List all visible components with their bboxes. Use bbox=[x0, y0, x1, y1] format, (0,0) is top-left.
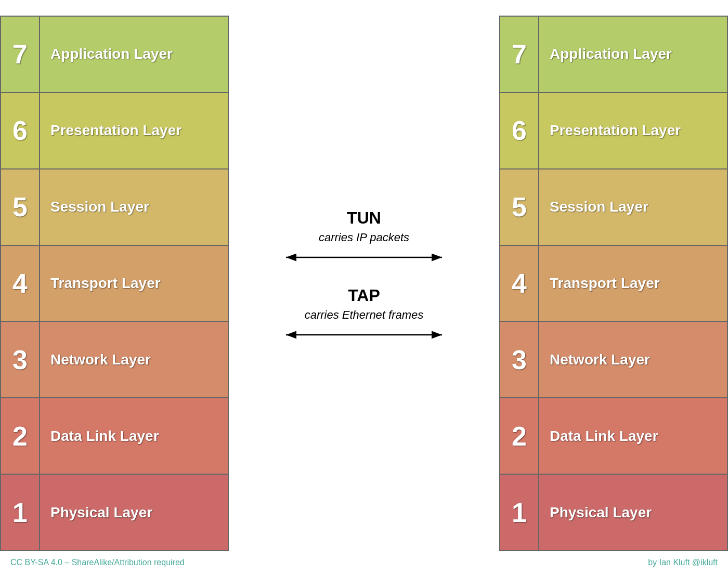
layer-number: 5 bbox=[1, 169, 40, 245]
layer-number: 2 bbox=[500, 398, 539, 474]
tun-desc: carries IP packets bbox=[319, 231, 409, 244]
main-container: 7Application Layer6Presentation Layer5Se… bbox=[0, 0, 728, 551]
table-row: 7Application Layer bbox=[1, 16, 228, 93]
tap-desc: carries Ethernet frames bbox=[305, 308, 424, 322]
tun-section: TUN carries IP packets bbox=[281, 208, 447, 265]
tap-arrow bbox=[281, 327, 447, 343]
tap-section: TAP carries Ethernet frames bbox=[281, 286, 447, 343]
layer-label: Network Layer bbox=[40, 321, 228, 398]
tun-label: TUN bbox=[347, 208, 381, 228]
footer-left: CC BY-SA 4.0 – ShareAlike/Attribution re… bbox=[10, 558, 185, 567]
table-row: 4Transport Layer bbox=[500, 245, 727, 322]
layer-number: 5 bbox=[500, 169, 539, 245]
tun-arrow-svg bbox=[281, 250, 447, 265]
left-osi-table-wrapper: 7Application Layer6Presentation Layer5Se… bbox=[0, 0, 229, 551]
middle-section: TUN carries IP packets TAP bbox=[229, 0, 499, 551]
footer: CC BY-SA 4.0 – ShareAlike/Attribution re… bbox=[0, 551, 728, 574]
layer-label: Presentation Layer bbox=[40, 93, 228, 169]
layer-label: Physical Layer bbox=[40, 474, 228, 551]
layer-number: 4 bbox=[1, 245, 40, 322]
layer-label: Data Link Layer bbox=[40, 398, 228, 474]
table-row: 7Application Layer bbox=[500, 16, 727, 93]
layer-label: Application Layer bbox=[539, 16, 727, 93]
right-osi-table-wrapper: 7Application Layer6Presentation Layer5Se… bbox=[499, 0, 728, 551]
left-osi-table: 7Application Layer6Presentation Layer5Se… bbox=[0, 16, 229, 551]
layer-label: Transport Layer bbox=[539, 245, 727, 322]
footer-right: by Ian Kluft @ikluft bbox=[648, 558, 718, 567]
table-row: 3Network Layer bbox=[1, 321, 228, 398]
layer-label: Session Layer bbox=[539, 169, 727, 245]
table-row: 2Data Link Layer bbox=[500, 398, 727, 474]
layer-number: 7 bbox=[500, 16, 539, 93]
table-row: 2Data Link Layer bbox=[1, 398, 228, 474]
layer-number: 2 bbox=[1, 398, 40, 474]
layer-number: 3 bbox=[1, 321, 40, 398]
layer-label: Session Layer bbox=[40, 169, 228, 245]
table-row: 5Session Layer bbox=[500, 169, 727, 245]
layer-number: 3 bbox=[500, 321, 539, 398]
layer-label: Data Link Layer bbox=[539, 398, 727, 474]
table-row: 1Physical Layer bbox=[500, 474, 727, 551]
tap-label: TAP bbox=[348, 286, 380, 305]
layer-label: Presentation Layer bbox=[539, 93, 727, 169]
layer-label: Network Layer bbox=[539, 321, 727, 398]
layer-number: 1 bbox=[500, 474, 539, 551]
table-row: 4Transport Layer bbox=[1, 245, 228, 322]
table-row: 6Presentation Layer bbox=[500, 93, 727, 169]
layer-number: 1 bbox=[1, 474, 40, 551]
tap-arrow-svg bbox=[281, 327, 447, 343]
layer-number: 7 bbox=[1, 16, 40, 93]
layer-number: 4 bbox=[500, 245, 539, 322]
layer-number: 6 bbox=[1, 93, 40, 169]
layer-number: 6 bbox=[500, 93, 539, 169]
table-row: 6Presentation Layer bbox=[1, 93, 228, 169]
tun-arrow bbox=[281, 250, 447, 265]
layer-label: Physical Layer bbox=[539, 474, 727, 551]
table-row: 1Physical Layer bbox=[1, 474, 228, 551]
table-row: 5Session Layer bbox=[1, 169, 228, 245]
table-row: 3Network Layer bbox=[500, 321, 727, 398]
right-osi-table: 7Application Layer6Presentation Layer5Se… bbox=[499, 16, 728, 551]
layer-label: Transport Layer bbox=[40, 245, 228, 322]
layer-label: Application Layer bbox=[40, 16, 228, 93]
